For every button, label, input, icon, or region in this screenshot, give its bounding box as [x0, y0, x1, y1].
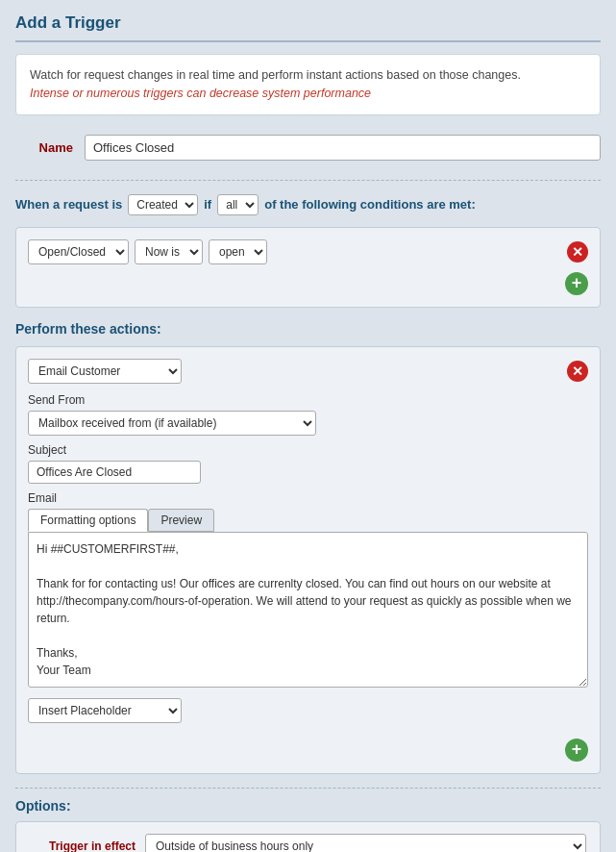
- trigger-select[interactable]: Always Outside of business hours only Du…: [145, 834, 586, 853]
- info-text: Watch for request changes in real time a…: [30, 68, 521, 82]
- remove-condition-button[interactable]: ✕: [567, 241, 588, 263]
- when-section: When a request is Created if all of the …: [15, 194, 601, 308]
- info-warning: Intense or numerous triggers can decreas…: [30, 87, 371, 100]
- send-from-label: Send From: [28, 393, 588, 407]
- remove-action-button[interactable]: ✕: [567, 361, 588, 382]
- preview-tab[interactable]: Preview: [148, 509, 214, 532]
- request-status-select[interactable]: Created: [128, 194, 198, 215]
- conditions-box: Open/Closed Now is open ✕ +: [15, 227, 601, 308]
- trigger-label: Trigger in effect: [30, 839, 136, 853]
- subject-label: Subject: [28, 443, 588, 457]
- condition-field-select[interactable]: Open/Closed: [28, 239, 129, 264]
- add-action-icon: +: [572, 739, 582, 760]
- actions-header: Perform these actions:: [15, 321, 601, 337]
- if-label: if: [204, 197, 211, 212]
- options-header: Options:: [15, 788, 601, 814]
- action-type-row: Email Customer ✕: [28, 359, 588, 384]
- page-title: Add a Trigger: [15, 13, 601, 42]
- trigger-row: Trigger in effect Always Outside of busi…: [30, 834, 586, 853]
- remove-icon: ✕: [572, 244, 583, 260]
- placeholder-select[interactable]: Insert Placeholder: [28, 698, 182, 723]
- email-textarea[interactable]: [28, 532, 588, 688]
- send-from-row: Send From Mailbox received from (if avai…: [28, 393, 588, 436]
- all-any-select[interactable]: all: [217, 194, 259, 215]
- condition-row: Open/Closed Now is open ✕: [28, 239, 588, 264]
- formatting-options-tab[interactable]: Formatting options: [28, 509, 148, 532]
- when-label: When a request is: [15, 197, 122, 212]
- remove-action-icon: ✕: [572, 363, 583, 379]
- placeholder-row: Insert Placeholder: [28, 698, 588, 723]
- subject-row: Subject: [28, 443, 588, 484]
- actions-box: Email Customer ✕ Send From Mailbox recei…: [15, 346, 601, 774]
- email-tabs: Formatting options Preview: [28, 509, 588, 532]
- name-label: Name: [15, 140, 73, 155]
- add-condition-button[interactable]: +: [565, 272, 588, 295]
- name-row: Name: [15, 131, 601, 164]
- options-section: Options: Trigger in effect Always Outsid…: [15, 788, 601, 853]
- email-row: Email Formatting options Preview: [28, 491, 588, 690]
- actions-section: Perform these actions: Email Customer ✕ …: [15, 321, 601, 774]
- subject-input[interactable]: [28, 461, 201, 484]
- send-from-select[interactable]: Mailbox received from (if available): [28, 411, 316, 436]
- name-input[interactable]: [85, 135, 601, 161]
- add-action-button[interactable]: +: [565, 739, 588, 762]
- action-type-select[interactable]: Email Customer: [28, 359, 182, 384]
- email-label: Email: [28, 491, 588, 505]
- info-box: Watch for request changes in real time a…: [15, 54, 601, 115]
- condition-value-select[interactable]: open: [209, 239, 267, 264]
- add-condition-icon: +: [572, 273, 582, 293]
- options-inner: Trigger in effect Always Outside of busi…: [15, 821, 601, 853]
- condition-operator-select[interactable]: Now is: [135, 239, 203, 264]
- when-row: When a request is Created if all of the …: [15, 194, 601, 215]
- conditions-suffix: of the following conditions are met:: [264, 197, 476, 212]
